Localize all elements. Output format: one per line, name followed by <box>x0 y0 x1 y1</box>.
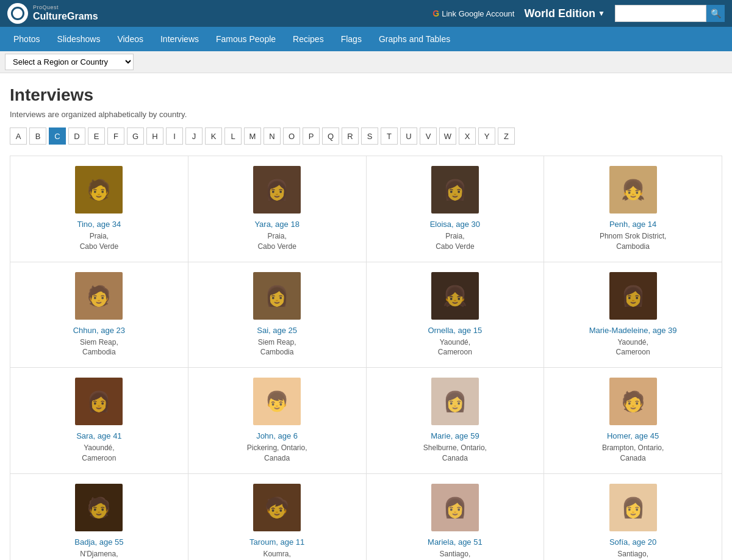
card-name[interactable]: Penh, age 14 <box>609 220 656 229</box>
page-title: Interviews <box>10 85 722 105</box>
card-location: Phnom Srok District,Cambodia <box>600 231 666 252</box>
world-edition-label[interactable]: World Edition <box>524 7 595 20</box>
card-name[interactable]: Homer, age 45 <box>607 431 659 440</box>
card-location: Koumra,Chad <box>263 549 290 560</box>
interview-card[interactable]: 👩Yara, age 18Praia,Cabo Verde <box>188 156 367 262</box>
card-name[interactable]: Eloisa, age 30 <box>430 220 480 229</box>
alpha-btn-q[interactable]: Q <box>322 127 339 145</box>
nav-item-recipes[interactable]: Recipes <box>284 27 332 51</box>
card-name[interactable]: Yara, age 18 <box>254 220 299 229</box>
interview-card[interactable]: 👩Mariela, age 51Santiago,Chile <box>367 474 545 560</box>
alpha-btn-s[interactable]: S <box>361 127 378 145</box>
interview-card[interactable]: 👧Penh, age 14Phnom Srok District,Cambodi… <box>544 156 722 262</box>
alpha-btn-f[interactable]: F <box>107 127 124 145</box>
alpha-btn-p[interactable]: P <box>303 127 320 145</box>
alpha-btn-w[interactable]: W <box>439 127 456 145</box>
card-name[interactable]: John, age 6 <box>256 431 298 440</box>
card-location: Yaoundé,Cameroon <box>82 443 116 464</box>
alphabet-nav: ABCDEFGHIJKLMNOPQRSTUVWXYZ <box>10 127 722 145</box>
card-name[interactable]: Marie, age 59 <box>431 431 479 440</box>
interview-card[interactable]: 👩Eloisa, age 30Praia,Cabo Verde <box>367 156 545 262</box>
alpha-btn-j[interactable]: J <box>185 127 203 145</box>
card-name[interactable]: Badja, age 55 <box>74 537 123 547</box>
region-select[interactable]: Select a Region or Country <box>5 54 134 70</box>
interview-card[interactable]: 👩Sofía, age 20Santiago,Chile <box>544 474 722 560</box>
interview-card[interactable]: 👦John, age 6Pickering, Ontario,Canada <box>188 368 367 474</box>
search-button[interactable]: 🔍 <box>706 5 725 22</box>
card-location: Shelburne, Ontario,Canada <box>423 443 487 464</box>
nav-item-graphs-tables[interactable]: Graphs and Tables <box>370 27 459 51</box>
alpha-btn-a[interactable]: A <box>10 127 27 145</box>
interview-card[interactable]: 🧑Tino, age 34Praia,Cabo Verde <box>10 156 188 262</box>
alpha-btn-z[interactable]: Z <box>498 127 515 145</box>
avatar: 👧 <box>431 272 479 320</box>
culturegrams-label: CultureGrams <box>33 11 98 22</box>
logo-area[interactable]: ProQuest CultureGrams <box>7 3 98 24</box>
card-name[interactable]: Marie-Madeleine, age 39 <box>589 326 677 335</box>
alpha-btn-g[interactable]: G <box>127 127 144 145</box>
interview-card[interactable]: 🧑Badja, age 55N'Djamena,Chad <box>10 474 188 560</box>
avatar: 🧑 <box>75 272 123 320</box>
page-subtitle: Interviews are organized alphabetically … <box>10 110 722 119</box>
proquest-label: ProQuest <box>33 5 98 11</box>
card-location: Praia,Cabo Verde <box>257 231 296 252</box>
interview-card[interactable]: 🧑Chhun, age 23Siem Reap,Cambodia <box>10 262 188 368</box>
alpha-btn-c[interactable]: C <box>49 127 66 145</box>
alpha-btn-h[interactable]: H <box>146 127 163 145</box>
interview-card[interactable]: 👩Sai, age 25Siem Reap,Cambodia <box>188 262 367 368</box>
interview-card[interactable]: 🧑Homer, age 45Brampton, Ontario,Canada <box>544 368 722 474</box>
nav-item-interviews[interactable]: Interviews <box>152 27 207 51</box>
region-bar: Select a Region or Country <box>0 51 732 73</box>
world-edition-caret-icon[interactable]: ▼ <box>598 9 605 18</box>
card-name[interactable]: Sofía, age 20 <box>609 537 656 547</box>
card-name[interactable]: Tino, age 34 <box>77 220 121 229</box>
alpha-btn-i[interactable]: I <box>166 127 183 145</box>
avatar: 🧒 <box>253 484 301 531</box>
alpha-btn-n[interactable]: N <box>264 127 281 145</box>
avatar: 👩 <box>609 484 657 531</box>
alpha-btn-b[interactable]: B <box>29 127 46 145</box>
search-input[interactable] <box>615 5 706 22</box>
logo-icon <box>7 3 28 24</box>
alpha-btn-v[interactable]: V <box>420 127 437 145</box>
card-name[interactable]: Mariela, age 51 <box>428 537 483 547</box>
alpha-btn-k[interactable]: K <box>205 127 222 145</box>
interview-card[interactable]: 🧒Taroum, age 11Koumra,Chad <box>188 474 367 560</box>
avatar: 🧑 <box>75 166 123 214</box>
card-name[interactable]: Sai, age 25 <box>257 326 297 335</box>
card-name[interactable]: Chhun, age 23 <box>73 326 125 335</box>
nav-item-famous-people[interactable]: Famous People <box>207 27 284 51</box>
interview-card[interactable]: 👩Marie, age 59Shelburne, Ontario,Canada <box>367 368 545 474</box>
nav-item-flags[interactable]: Flags <box>332 27 370 51</box>
interview-card[interactable]: 👩Marie-Madeleine, age 39Yaoundé,Cameroon <box>544 262 722 368</box>
alpha-btn-t[interactable]: T <box>381 127 398 145</box>
alpha-btn-d[interactable]: D <box>68 127 85 145</box>
avatar: 👩 <box>609 272 657 320</box>
alpha-btn-u[interactable]: U <box>400 127 417 145</box>
interview-card[interactable]: 👩Sara, age 41Yaoundé,Cameroon <box>10 368 188 474</box>
card-name[interactable]: Taroum, age 11 <box>249 537 304 547</box>
nav-item-slideshows[interactable]: Slideshows <box>49 27 109 51</box>
interview-card[interactable]: 👧Ornella, age 15Yaoundé,Cameroon <box>367 262 545 368</box>
nav-item-photos[interactable]: Photos <box>5 27 49 51</box>
alpha-btn-o[interactable]: O <box>283 127 300 145</box>
avatar: 👩 <box>431 378 479 425</box>
avatar: 👩 <box>253 166 301 214</box>
avatar: 👧 <box>609 166 657 214</box>
alpha-btn-x[interactable]: X <box>459 127 476 145</box>
alpha-btn-e[interactable]: E <box>88 127 105 145</box>
card-location: Pickering, Ontario,Canada <box>247 443 307 464</box>
interview-grid: 🧑Tino, age 34Praia,Cabo Verde👩Yara, age … <box>10 156 722 560</box>
alpha-btn-r[interactable]: R <box>342 127 359 145</box>
google-g-icon: G <box>432 9 439 18</box>
google-link[interactable]: G Link Google Account <box>432 9 514 18</box>
card-name[interactable]: Sara, age 41 <box>76 431 121 440</box>
nav-item-videos[interactable]: Videos <box>109 27 152 51</box>
alpha-btn-l[interactable]: L <box>224 127 242 145</box>
main-content: Interviews Interviews are organized alph… <box>0 73 732 560</box>
alpha-btn-y[interactable]: Y <box>478 127 495 145</box>
card-location: Yaoundé,Cameroon <box>438 337 472 358</box>
card-name[interactable]: Ornella, age 15 <box>428 326 482 335</box>
avatar: 👦 <box>253 378 301 425</box>
alpha-btn-m[interactable]: M <box>244 127 261 145</box>
